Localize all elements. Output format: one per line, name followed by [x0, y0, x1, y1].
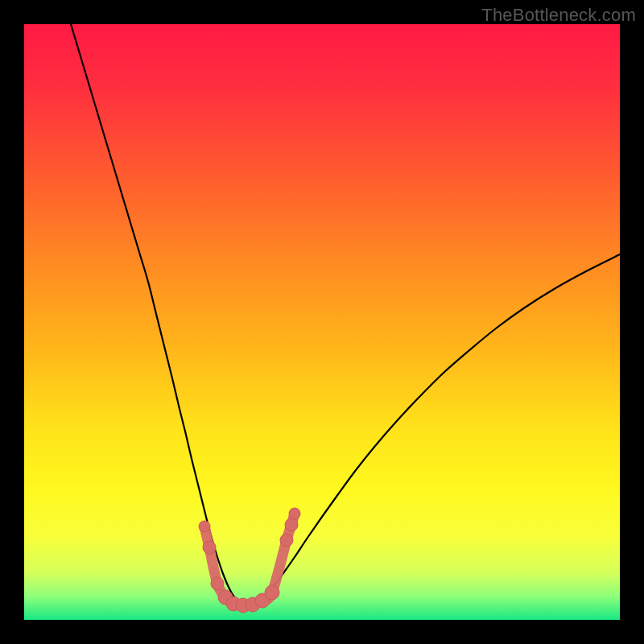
marker-point — [211, 577, 224, 590]
watermark-label: TheBottleneck.com — [481, 5, 636, 26]
marker-point — [199, 521, 210, 532]
plot-area — [24, 24, 620, 620]
marker-point — [265, 585, 279, 600]
chart-frame: TheBottleneck.com — [0, 0, 644, 644]
marker-point — [203, 541, 216, 554]
chart-svg — [24, 24, 620, 620]
marker-point — [289, 508, 300, 519]
gradient-background — [24, 24, 620, 620]
marker-point — [285, 518, 298, 531]
marker-point — [280, 534, 293, 547]
